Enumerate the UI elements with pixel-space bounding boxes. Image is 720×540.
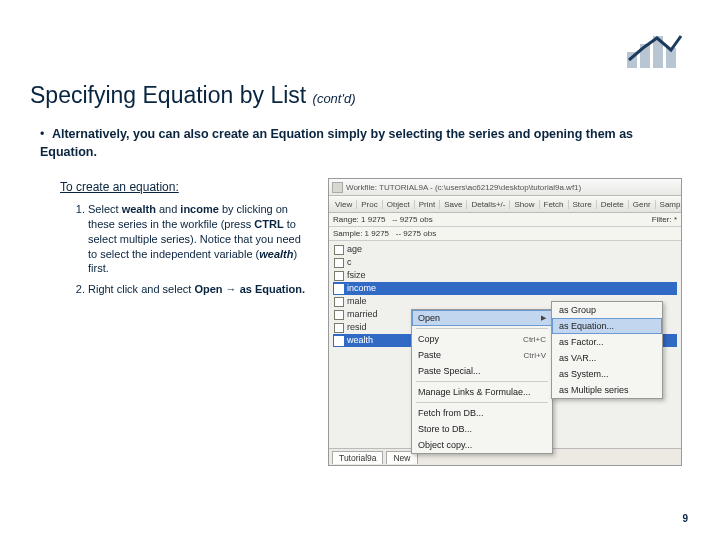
step-2: Right click and select Open → as Equatio… (88, 282, 312, 297)
tb-details[interactable]: Details+/- (467, 200, 510, 209)
tb-view[interactable]: View (331, 200, 357, 209)
sub-as-group[interactable]: as Group (552, 302, 662, 318)
sub-as-system[interactable]: as System... (552, 366, 662, 382)
workfile-window: Workfile: TUTORIAL9A - (c:\users\ac62129… (328, 178, 682, 466)
title-text: Specifying Equation by List (30, 82, 306, 108)
tb-store[interactable]: Store (569, 200, 597, 209)
step-1: Select wealth and income by clicking on … (88, 202, 312, 276)
series-icon (334, 284, 344, 294)
ctx-paste[interactable]: Paste Ctrl+V (412, 347, 552, 363)
sub-as-factor[interactable]: as Factor... (552, 334, 662, 350)
ctx-copy[interactable]: Copy Ctrl+C (412, 331, 552, 347)
series-icon (334, 271, 344, 281)
menu-separator (416, 328, 548, 329)
tb-print[interactable]: Print (415, 200, 440, 209)
sub-as-var[interactable]: as VAR... (552, 350, 662, 366)
series-icon (334, 245, 344, 255)
workfile-toolbar: View Proc Object Print Save Details+/- S… (329, 196, 681, 213)
ctx-object-copy[interactable]: Object copy... (412, 437, 552, 453)
sample-row: Sample: 1 9275 -- 9275 obs (329, 227, 681, 241)
workfile-titlebar: Workfile: TUTORIAL9A - (c:\users\ac62129… (329, 179, 681, 196)
slide-title: Specifying Equation by List (cont'd) (30, 82, 356, 109)
steps-list: Select wealth and income by clicking on … (72, 202, 312, 303)
title-suffix: (cont'd) (313, 91, 356, 106)
series-income[interactable]: income (333, 282, 677, 295)
ctx-manage-links[interactable]: Manage Links & Formulae... (412, 384, 552, 400)
series-age[interactable]: age (333, 243, 677, 256)
menu-separator (416, 381, 548, 382)
sub-heading: To create an equation: (60, 180, 179, 194)
tb-show[interactable]: Show (510, 200, 539, 209)
sub-as-equation[interactable]: as Equation... (552, 318, 662, 334)
tb-delete[interactable]: Delete (597, 200, 629, 209)
context-menu: Open ▶ Copy Ctrl+C Paste Ctrl+V Paste Sp… (411, 309, 553, 454)
series-icon (334, 258, 344, 268)
tb-fetch[interactable]: Fetch (540, 200, 569, 209)
main-bullet: • Alternatively, you can also create an … (40, 126, 680, 161)
ctx-open[interactable]: Open ▶ (412, 310, 552, 326)
tb-sample[interactable]: Sample (656, 200, 682, 209)
logo-chart-icon (625, 30, 685, 70)
workfile-title: Workfile: TUTORIAL9A - (c:\users\ac62129… (346, 183, 581, 192)
ctx-paste-special[interactable]: Paste Special... (412, 363, 552, 379)
page-number: 9 (682, 513, 688, 524)
ctx-store-db[interactable]: Store to DB... (412, 421, 552, 437)
series-icon (334, 297, 344, 307)
series-fsize[interactable]: fsize (333, 269, 677, 282)
bullet-dot: • (40, 127, 44, 141)
open-submenu: as Group as Equation... as Factor... as … (551, 301, 663, 399)
series-c[interactable]: c (333, 256, 677, 269)
range-row: Range: 1 9275 -- 9275 obs Filter: * (329, 213, 681, 227)
main-bullet-text: Alternatively, you can also create an Eq… (40, 127, 633, 159)
menu-separator (416, 402, 548, 403)
chevron-right-icon: ▶ (541, 314, 546, 322)
tb-save[interactable]: Save (440, 200, 467, 209)
sub-as-multiple[interactable]: as Multiple series (552, 382, 662, 398)
ctx-fetch-db[interactable]: Fetch from DB... (412, 405, 552, 421)
series-icon (334, 310, 344, 320)
workfile-icon (332, 182, 343, 193)
tab-tutorial9a[interactable]: Tutorial9a (332, 451, 383, 464)
tb-proc[interactable]: Proc (357, 200, 382, 209)
series-icon (334, 323, 344, 333)
series-icon (334, 336, 344, 346)
tb-genr[interactable]: Genr (629, 200, 656, 209)
tb-object[interactable]: Object (383, 200, 415, 209)
